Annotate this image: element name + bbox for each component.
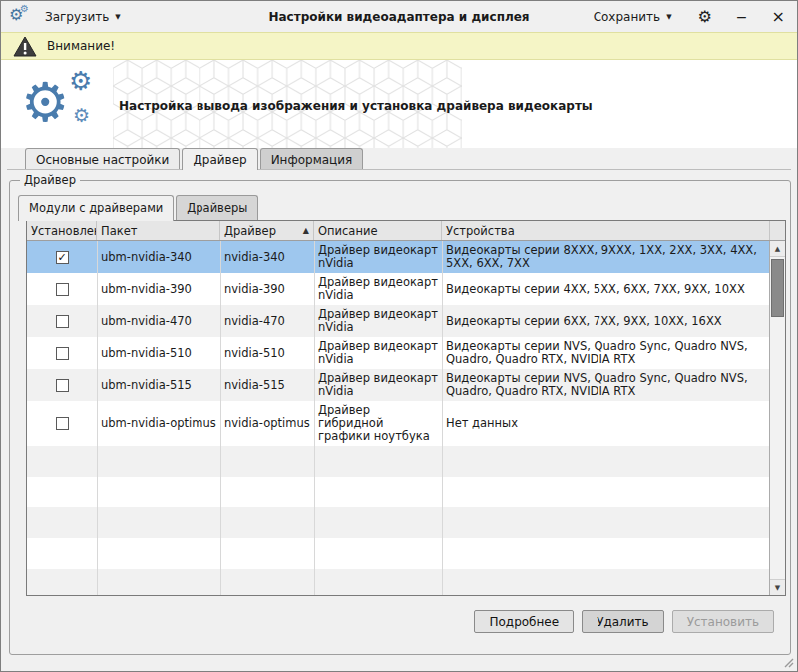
- driver-cell: nvidia-optimus: [220, 401, 314, 446]
- main-tabbar: Основные настройки Драйвер Информация: [25, 148, 365, 169]
- table-row[interactable]: ubm-nvidia-470nvidia-470Драйвер видеокар…: [27, 305, 769, 337]
- package-cell: ubm-nvidia-515: [97, 369, 220, 401]
- package-cell: ubm-nvidia-390: [97, 273, 220, 305]
- driver-cell: nvidia-515: [220, 369, 314, 401]
- driver-table: Установлен Пакет Драйвер ▲ Описание Устр…: [26, 220, 786, 596]
- load-menu-button[interactable]: Загрузить ▼: [39, 6, 127, 28]
- tab-information[interactable]: Информация: [260, 148, 364, 169]
- driver-groupbox-label: Драйвер: [20, 173, 80, 187]
- description-cell: Драйвер видеокарт nVidia: [314, 305, 442, 337]
- installed-cell: ✓: [27, 241, 97, 273]
- driver-cell: nvidia-390: [220, 273, 314, 305]
- table-header-corner: [769, 221, 785, 240]
- description-cell: Драйвер видеокарт nVidia: [314, 241, 442, 273]
- checkbox-unchecked-icon[interactable]: [56, 417, 69, 430]
- package-cell: ubm-nvidia-510: [97, 337, 220, 369]
- installed-cell: [27, 337, 97, 369]
- details-button[interactable]: Подробнее: [474, 610, 574, 633]
- tab-pane-border: [7, 169, 791, 170]
- column-header-installed[interactable]: Установлен: [27, 221, 97, 240]
- scrollbar-track[interactable]: [770, 257, 785, 579]
- window-title: Настройки видеоадаптера и дисплея: [268, 10, 529, 24]
- driver-cell: nvidia-470: [220, 305, 314, 337]
- load-menu-label: Загрузить: [45, 10, 109, 24]
- tab-drivers[interactable]: Драйверы: [176, 195, 258, 220]
- checkbox-unchecked-icon[interactable]: [56, 315, 69, 328]
- driver-groupbox: Драйвер Модули с драйверами Драйверы Уст…: [9, 180, 791, 655]
- devices-cell: Видеокарты серии 6XX, 7XX, 9XX, 10XX, 16…: [442, 305, 769, 337]
- warning-banner: Внимание!: [1, 32, 797, 60]
- close-button[interactable]: ×: [768, 7, 789, 27]
- devices-cell: Нет данных: [442, 401, 769, 446]
- action-buttons: Подробнее Удалить Установить: [474, 610, 774, 633]
- checkbox-unchecked-icon[interactable]: [56, 347, 69, 360]
- package-cell: ubm-nvidia-470: [97, 305, 220, 337]
- installed-cell: [27, 369, 97, 401]
- driver-cell: nvidia-510: [220, 337, 314, 369]
- vertical-scrollbar[interactable]: ▲ ▼: [769, 241, 785, 595]
- table-row[interactable]: ubm-nvidia-510nvidia-510Драйвер видеокар…: [27, 337, 769, 369]
- table-rows: ✓ubm-nvidia-340nvidia-340Драйвер видеока…: [27, 241, 769, 446]
- table-row[interactable]: ubm-nvidia-390nvidia-390Драйвер видеокар…: [27, 273, 769, 305]
- tab-driver-modules[interactable]: Модули с драйверами: [18, 195, 174, 221]
- app-gears-icon: ⚙ ⚙: [9, 6, 33, 28]
- gears-logo-icon: ⚙ ⚙ ⚙: [21, 64, 113, 144]
- remove-button[interactable]: Удалить: [582, 610, 664, 633]
- devices-cell: Видеокарты серии 8XXX, 9XXX, 1XX, 2XX, 3…: [442, 241, 769, 273]
- installed-cell: [27, 273, 97, 305]
- column-header-driver[interactable]: Драйвер ▲: [220, 221, 314, 240]
- driver-inner-tabbar: Модули с драйверами Драйверы: [18, 195, 260, 220]
- driver-cell: nvidia-340: [220, 241, 314, 273]
- installed-cell: [27, 401, 97, 446]
- column-header-description[interactable]: Описание: [314, 221, 442, 240]
- description-cell: Драйвер видеокарт nVidia: [314, 369, 442, 401]
- resize-grip[interactable]: [783, 657, 794, 668]
- settings-gear-button[interactable]: ⚙: [694, 7, 716, 27]
- description-cell: Драйвер гибридной графики ноутбука: [314, 401, 442, 446]
- scroll-up-button[interactable]: ▲: [770, 241, 785, 257]
- tab-basic-settings[interactable]: Основные настройки: [25, 148, 180, 169]
- checkbox-checked-icon[interactable]: ✓: [56, 251, 69, 264]
- devices-cell: Видеокарты серии 4XX, 5XX, 6XX, 7XX, 9XX…: [442, 273, 769, 305]
- installed-cell: [27, 305, 97, 337]
- column-header-devices[interactable]: Устройства: [442, 221, 769, 240]
- table-row[interactable]: ubm-nvidia-optimusnvidia-optimusДрайвер …: [27, 401, 769, 446]
- scroll-down-button[interactable]: ▼: [770, 579, 785, 595]
- description-cell: Драйвер видеокарт nVidia: [314, 273, 442, 305]
- devices-cell: Видеокарты серии NVS, Quadro Sync, Quadr…: [442, 369, 769, 401]
- checkbox-unchecked-icon[interactable]: [56, 379, 69, 392]
- application-window: ⚙ ⚙ Загрузить ▼ Настройки видеоадаптера …: [0, 0, 798, 672]
- package-cell: ubm-nvidia-340: [97, 241, 220, 273]
- titlebar: ⚙ ⚙ Загрузить ▼ Настройки видеоадаптера …: [1, 1, 797, 32]
- dropdown-arrow-icon: ▼: [666, 13, 671, 21]
- devices-cell: Видеокарты серии NVS, Quadro Sync, Quadr…: [442, 337, 769, 369]
- table-row[interactable]: ✓ubm-nvidia-340nvidia-340Драйвер видеока…: [27, 241, 769, 273]
- empty-rows-area: [27, 446, 769, 595]
- checkbox-unchecked-icon[interactable]: [56, 283, 69, 296]
- table-header: Установлен Пакет Драйвер ▲ Описание Устр…: [27, 221, 785, 241]
- save-menu-label: Сохранить: [594, 10, 661, 24]
- header-banner: ⚙ ⚙ ⚙ Настройка вывода изображения и уст…: [1, 60, 797, 148]
- column-header-package[interactable]: Пакет: [97, 221, 220, 240]
- table-row[interactable]: ubm-nvidia-515nvidia-515Драйвер видеокар…: [27, 369, 769, 401]
- description-cell: Драйвер видеокарт nVidia: [314, 337, 442, 369]
- titlebar-controls: Сохранить ▼ ⚙ − ×: [588, 6, 789, 28]
- dropdown-arrow-icon: ▼: [115, 13, 120, 21]
- warning-triangle-icon: [13, 36, 37, 57]
- save-menu-button[interactable]: Сохранить ▼: [588, 6, 678, 28]
- header-subtitle: Настройка вывода изображения и установка…: [119, 99, 593, 113]
- sort-ascending-icon: ▲: [297, 226, 309, 235]
- package-cell: ubm-nvidia-optimus: [97, 401, 220, 446]
- warning-text: Внимание!: [47, 39, 115, 53]
- minimize-button[interactable]: −: [732, 8, 752, 26]
- scrollbar-thumb[interactable]: [771, 259, 784, 317]
- tab-driver[interactable]: Драйвер: [182, 148, 257, 170]
- table-body: ✓ubm-nvidia-340nvidia-340Драйвер видеока…: [27, 241, 769, 595]
- install-button[interactable]: Установить: [672, 610, 774, 633]
